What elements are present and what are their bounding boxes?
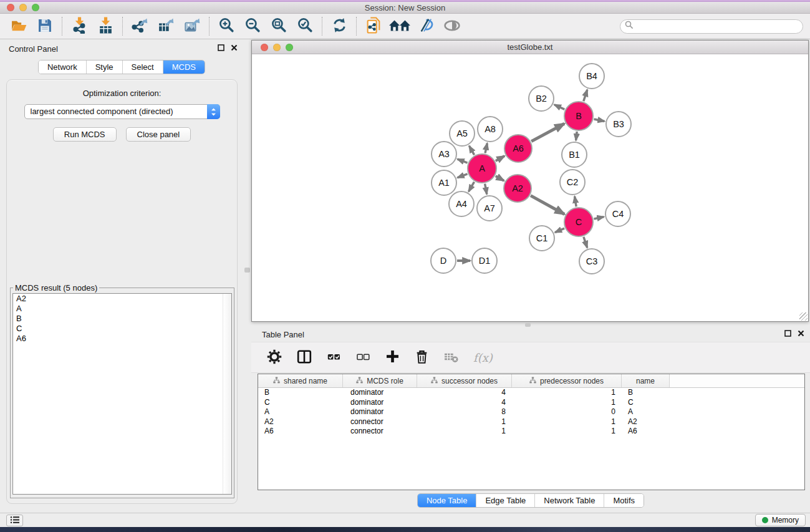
- column-header-name[interactable]: name: [622, 374, 670, 387]
- table-cell[interactable]: 0: [512, 407, 622, 417]
- checked-boxes-button[interactable]: [327, 350, 341, 365]
- node-B1[interactable]: B1: [562, 142, 587, 167]
- table-cell[interactable]: 4: [417, 398, 512, 408]
- tab-network[interactable]: Network: [39, 60, 86, 74]
- mcds-result-item[interactable]: A6: [13, 334, 231, 344]
- table-float-button[interactable]: [784, 330, 792, 338]
- table-cell[interactable]: C: [622, 398, 670, 408]
- edge-B-B4[interactable]: [584, 90, 587, 101]
- edge-C-C4[interactable]: [594, 217, 604, 219]
- edge-A-A2[interactable]: [496, 176, 504, 181]
- table-cell[interactable]: A6: [258, 427, 343, 437]
- table-cell[interactable]: dominator: [343, 398, 417, 408]
- table-cell[interactable]: A2: [258, 417, 343, 427]
- edge-C-C3[interactable]: [584, 237, 587, 248]
- edge-A2-C[interactable]: [531, 196, 564, 215]
- node-B[interactable]: B: [564, 102, 593, 130]
- plus-button[interactable]: [385, 349, 400, 365]
- unchecked-boxes-button[interactable]: [356, 350, 370, 365]
- zoom-fit-button[interactable]: [269, 16, 289, 37]
- tab-mcds[interactable]: MCDS: [163, 60, 205, 74]
- table-close-button[interactable]: [797, 330, 805, 338]
- edge-A-A5[interactable]: [469, 146, 474, 155]
- table-cell[interactable]: dominator: [343, 388, 417, 398]
- node-A4[interactable]: A4: [449, 191, 474, 216]
- edge-B-B3[interactable]: [594, 119, 604, 121]
- table-cell[interactable]: 1: [512, 398, 622, 408]
- column-header-successor-nodes[interactable]: successor nodes: [417, 374, 512, 387]
- node-A[interactable]: A: [468, 154, 496, 183]
- tab-style[interactable]: Style: [86, 60, 122, 74]
- table-cell[interactable]: 1: [417, 427, 512, 437]
- node-C[interactable]: C: [564, 208, 593, 236]
- node-D[interactable]: D: [431, 248, 456, 273]
- mcds-result-item[interactable]: C: [13, 324, 231, 334]
- close-panel-action-button[interactable]: Close panel: [126, 127, 191, 142]
- export-table-button[interactable]: [156, 16, 176, 37]
- search-field[interactable]: [620, 19, 803, 34]
- node-C4[interactable]: C4: [605, 201, 630, 226]
- gear-button[interactable]: [267, 349, 282, 366]
- table-cell[interactable]: B: [622, 388, 670, 398]
- node-A7[interactable]: A7: [477, 196, 502, 221]
- table-row[interactable]: Bdominator41B: [258, 388, 804, 398]
- node-B3[interactable]: B3: [606, 112, 631, 137]
- node-table[interactable]: shared nameMCDS rolesuccessor nodesprede…: [258, 374, 805, 490]
- node-B4[interactable]: B4: [579, 64, 604, 89]
- tab-node-table[interactable]: Node Table: [418, 494, 476, 507]
- tab-motifs[interactable]: Motifs: [604, 494, 644, 507]
- mcds-result-item[interactable]: B: [13, 314, 231, 324]
- open-folder-button[interactable]: [9, 16, 29, 37]
- mcds-result-item[interactable]: A: [13, 304, 231, 314]
- node-A1[interactable]: A1: [432, 170, 456, 195]
- mcds-result-item[interactable]: A2: [13, 294, 231, 304]
- export-network-button[interactable]: [130, 16, 150, 37]
- close-panel-button[interactable]: [230, 44, 238, 52]
- node-A6[interactable]: A6: [504, 135, 532, 162]
- table-cell[interactable]: 8: [417, 407, 512, 417]
- import-network-button[interactable]: [69, 16, 89, 37]
- mcds-result-list[interactable]: A2ABCA6: [12, 293, 232, 495]
- node-C1[interactable]: C1: [529, 226, 554, 251]
- edge-C-C1[interactable]: [555, 228, 564, 233]
- run-mcds-button[interactable]: Run MCDS: [53, 127, 117, 142]
- edge-A-A3[interactable]: [458, 159, 468, 163]
- zoom-out-button[interactable]: [243, 16, 263, 37]
- edge-B-B2[interactable]: [554, 105, 565, 110]
- edge-A-A1[interactable]: [458, 174, 468, 178]
- column-header-shared-name[interactable]: shared name: [258, 374, 343, 387]
- edge-A-A7[interactable]: [485, 184, 487, 195]
- table-cell[interactable]: connector: [343, 427, 417, 437]
- node-B2[interactable]: B2: [529, 86, 554, 111]
- trash-button[interactable]: [415, 349, 429, 366]
- clone-network-button[interactable]: [364, 16, 383, 37]
- edge-C-C2[interactable]: [575, 196, 577, 207]
- node-A5[interactable]: A5: [450, 121, 475, 146]
- home-button[interactable]: [390, 16, 410, 37]
- save-button[interactable]: [35, 16, 55, 37]
- task-history-button[interactable]: [6, 515, 23, 526]
- hide-labels-button[interactable]: [416, 16, 436, 37]
- import-table-button[interactable]: [95, 16, 115, 37]
- resize-grip[interactable]: [799, 312, 808, 321]
- zoom-in-button[interactable]: [216, 16, 236, 37]
- criterion-dropdown[interactable]: largest connected component (directed): [24, 104, 220, 119]
- table-row[interactable]: A2connector11A2: [258, 417, 804, 427]
- table-cell[interactable]: connector: [343, 417, 417, 427]
- zoom-selected-button[interactable]: [295, 16, 315, 37]
- table-cell[interactable]: 1: [417, 417, 512, 427]
- table-cell[interactable]: 1: [512, 417, 622, 427]
- table-cell[interactable]: 1: [512, 388, 622, 398]
- column-header-predecessor-nodes[interactable]: predecessor nodes: [512, 374, 622, 387]
- columns-button[interactable]: [297, 349, 312, 366]
- network-canvas[interactable]: B4B2BB3B1A5A8A6A3AA1C2A2A4A7CC4C1C3DD1: [252, 54, 808, 321]
- refresh-button[interactable]: [329, 16, 349, 37]
- tab-select[interactable]: Select: [122, 60, 163, 74]
- memory-button[interactable]: Memory: [755, 514, 806, 526]
- table-cell[interactable]: A: [622, 407, 670, 417]
- node-A3[interactable]: A3: [432, 142, 456, 167]
- eye-button[interactable]: [442, 16, 462, 37]
- network-graph[interactable]: B4B2BB3B1A5A8A6A3AA1C2A2A4A7CC4C1C3DD1: [252, 54, 808, 321]
- vertical-splitter-handle[interactable]: [244, 268, 250, 273]
- search-input[interactable]: [636, 21, 803, 32]
